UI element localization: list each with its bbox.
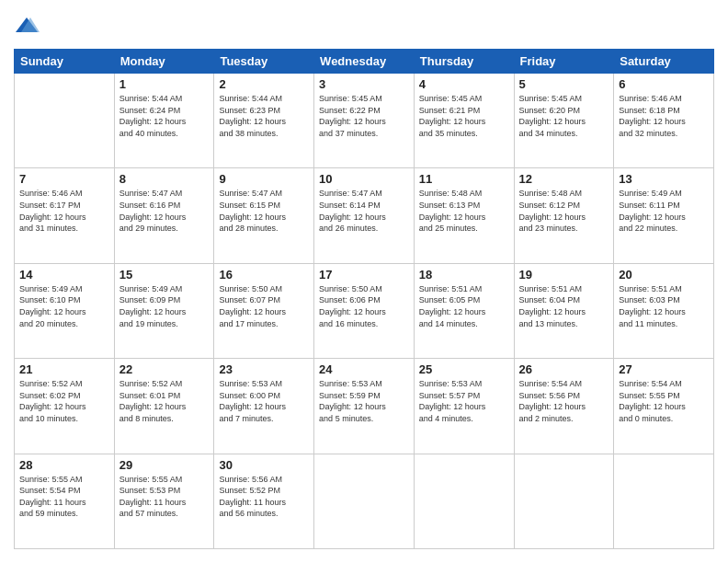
day-number: 13 — [619, 172, 709, 186]
calendar-cell: 22Sunrise: 5:52 AM Sunset: 6:01 PM Dayli… — [114, 359, 214, 454]
calendar-week-4: 28Sunrise: 5:55 AM Sunset: 5:54 PM Dayli… — [15, 454, 714, 548]
page: SundayMondayTuesdayWednesdayThursdayFrid… — [0, 0, 728, 563]
day-detail: Sunrise: 5:48 AM Sunset: 6:13 PM Dayligh… — [419, 188, 509, 234]
calendar-cell: 7Sunrise: 5:46 AM Sunset: 6:17 PM Daylig… — [15, 168, 115, 263]
day-detail: Sunrise: 5:56 AM Sunset: 5:52 PM Dayligh… — [219, 474, 309, 520]
day-detail: Sunrise: 5:47 AM Sunset: 6:16 PM Dayligh… — [119, 188, 210, 234]
calendar-cell: 2Sunrise: 5:44 AM Sunset: 6:23 PM Daylig… — [214, 74, 314, 168]
day-detail: Sunrise: 5:51 AM Sunset: 6:03 PM Dayligh… — [619, 283, 709, 329]
calendar-cell — [614, 454, 714, 548]
calendar-cell: 26Sunrise: 5:54 AM Sunset: 5:56 PM Dayli… — [514, 359, 614, 454]
day-number: 22 — [119, 362, 210, 376]
calendar-cell: 28Sunrise: 5:55 AM Sunset: 5:54 PM Dayli… — [15, 454, 115, 548]
day-number: 24 — [319, 362, 409, 376]
day-number: 1 — [119, 77, 210, 91]
calendar-cell: 18Sunrise: 5:51 AM Sunset: 6:05 PM Dayli… — [414, 263, 514, 358]
day-detail: Sunrise: 5:45 AM Sunset: 6:22 PM Dayligh… — [319, 93, 409, 139]
day-detail: Sunrise: 5:54 AM Sunset: 5:55 PM Dayligh… — [619, 378, 709, 424]
calendar-table: SundayMondayTuesdayWednesdayThursdayFrid… — [14, 49, 714, 549]
weekday-header-friday: Friday — [514, 50, 614, 74]
weekday-header-monday: Monday — [114, 50, 214, 74]
day-detail: Sunrise: 5:45 AM Sunset: 6:21 PM Dayligh… — [419, 93, 509, 139]
day-detail: Sunrise: 5:53 AM Sunset: 5:57 PM Dayligh… — [419, 378, 509, 424]
logo-line1 — [14, 14, 41, 40]
header — [14, 14, 714, 40]
day-detail: Sunrise: 5:44 AM Sunset: 6:24 PM Dayligh… — [119, 93, 210, 139]
weekday-header-wednesday: Wednesday — [314, 50, 415, 74]
weekday-header-sunday: Sunday — [15, 50, 115, 74]
day-number: 7 — [19, 172, 109, 186]
day-detail: Sunrise: 5:47 AM Sunset: 6:14 PM Dayligh… — [319, 188, 409, 234]
calendar-cell: 19Sunrise: 5:51 AM Sunset: 6:04 PM Dayli… — [514, 263, 614, 358]
calendar-cell — [314, 454, 415, 548]
calendar-week-1: 7Sunrise: 5:46 AM Sunset: 6:17 PM Daylig… — [15, 168, 714, 263]
calendar-cell: 20Sunrise: 5:51 AM Sunset: 6:03 PM Dayli… — [614, 263, 714, 358]
calendar-week-2: 14Sunrise: 5:49 AM Sunset: 6:10 PM Dayli… — [15, 263, 714, 358]
calendar-cell: 17Sunrise: 5:50 AM Sunset: 6:06 PM Dayli… — [314, 263, 415, 358]
calendar-cell — [414, 454, 514, 548]
day-number: 3 — [319, 77, 409, 91]
day-number: 23 — [219, 362, 309, 376]
day-number: 4 — [419, 77, 509, 91]
calendar-cell: 1Sunrise: 5:44 AM Sunset: 6:24 PM Daylig… — [114, 74, 214, 168]
day-detail: Sunrise: 5:55 AM Sunset: 5:53 PM Dayligh… — [119, 474, 210, 520]
calendar-cell: 21Sunrise: 5:52 AM Sunset: 6:02 PM Dayli… — [15, 359, 115, 454]
day-number: 30 — [219, 458, 309, 472]
calendar-cell: 30Sunrise: 5:56 AM Sunset: 5:52 PM Dayli… — [214, 454, 314, 548]
calendar-cell — [15, 74, 115, 168]
calendar-header-row: SundayMondayTuesdayWednesdayThursdayFrid… — [15, 50, 714, 74]
day-number: 9 — [219, 172, 309, 186]
day-number: 5 — [519, 77, 609, 91]
day-detail: Sunrise: 5:49 AM Sunset: 6:10 PM Dayligh… — [19, 283, 109, 329]
calendar-cell: 13Sunrise: 5:49 AM Sunset: 6:11 PM Dayli… — [614, 168, 714, 263]
logo-icon — [14, 14, 40, 40]
calendar-cell — [514, 454, 614, 548]
day-number: 19 — [519, 268, 609, 282]
calendar-cell: 29Sunrise: 5:55 AM Sunset: 5:53 PM Dayli… — [114, 454, 214, 548]
day-number: 28 — [19, 458, 109, 472]
day-number: 14 — [19, 268, 109, 282]
day-detail: Sunrise: 5:52 AM Sunset: 6:01 PM Dayligh… — [119, 378, 210, 424]
day-number: 29 — [119, 458, 210, 472]
day-detail: Sunrise: 5:53 AM Sunset: 5:59 PM Dayligh… — [319, 378, 409, 424]
calendar-cell: 16Sunrise: 5:50 AM Sunset: 6:07 PM Dayli… — [214, 263, 314, 358]
day-number: 25 — [419, 362, 509, 376]
day-number: 8 — [119, 172, 210, 186]
day-number: 11 — [419, 172, 509, 186]
day-number: 6 — [619, 77, 709, 91]
day-detail: Sunrise: 5:47 AM Sunset: 6:15 PM Dayligh… — [219, 188, 309, 234]
logo — [14, 14, 41, 40]
calendar-week-3: 21Sunrise: 5:52 AM Sunset: 6:02 PM Dayli… — [15, 359, 714, 454]
weekday-header-saturday: Saturday — [614, 50, 714, 74]
day-detail: Sunrise: 5:55 AM Sunset: 5:54 PM Dayligh… — [19, 474, 109, 520]
calendar-week-0: 1Sunrise: 5:44 AM Sunset: 6:24 PM Daylig… — [15, 74, 714, 168]
day-detail: Sunrise: 5:46 AM Sunset: 6:17 PM Dayligh… — [19, 188, 109, 234]
day-number: 27 — [619, 362, 709, 376]
day-detail: Sunrise: 5:45 AM Sunset: 6:20 PM Dayligh… — [519, 93, 609, 139]
day-number: 17 — [319, 268, 409, 282]
calendar-cell: 6Sunrise: 5:46 AM Sunset: 6:18 PM Daylig… — [614, 74, 714, 168]
day-detail: Sunrise: 5:46 AM Sunset: 6:18 PM Dayligh… — [619, 93, 709, 139]
calendar-cell: 11Sunrise: 5:48 AM Sunset: 6:13 PM Dayli… — [414, 168, 514, 263]
calendar-cell: 15Sunrise: 5:49 AM Sunset: 6:09 PM Dayli… — [114, 263, 214, 358]
day-detail: Sunrise: 5:49 AM Sunset: 6:09 PM Dayligh… — [119, 283, 210, 329]
calendar-cell: 3Sunrise: 5:45 AM Sunset: 6:22 PM Daylig… — [314, 74, 415, 168]
day-detail: Sunrise: 5:49 AM Sunset: 6:11 PM Dayligh… — [619, 188, 709, 234]
day-detail: Sunrise: 5:50 AM Sunset: 6:07 PM Dayligh… — [219, 283, 309, 329]
calendar-cell: 23Sunrise: 5:53 AM Sunset: 6:00 PM Dayli… — [214, 359, 314, 454]
day-number: 15 — [119, 268, 210, 282]
calendar-cell: 27Sunrise: 5:54 AM Sunset: 5:55 PM Dayli… — [614, 359, 714, 454]
day-detail: Sunrise: 5:51 AM Sunset: 6:04 PM Dayligh… — [519, 283, 609, 329]
day-number: 21 — [19, 362, 109, 376]
calendar-cell: 12Sunrise: 5:48 AM Sunset: 6:12 PM Dayli… — [514, 168, 614, 263]
day-detail: Sunrise: 5:53 AM Sunset: 6:00 PM Dayligh… — [219, 378, 309, 424]
day-number: 16 — [219, 268, 309, 282]
calendar-cell: 25Sunrise: 5:53 AM Sunset: 5:57 PM Dayli… — [414, 359, 514, 454]
day-detail: Sunrise: 5:48 AM Sunset: 6:12 PM Dayligh… — [519, 188, 609, 234]
day-number: 26 — [519, 362, 609, 376]
calendar-cell: 8Sunrise: 5:47 AM Sunset: 6:16 PM Daylig… — [114, 168, 214, 263]
calendar-cell: 24Sunrise: 5:53 AM Sunset: 5:59 PM Dayli… — [314, 359, 415, 454]
calendar-cell: 9Sunrise: 5:47 AM Sunset: 6:15 PM Daylig… — [214, 168, 314, 263]
weekday-header-tuesday: Tuesday — [214, 50, 314, 74]
calendar-cell: 14Sunrise: 5:49 AM Sunset: 6:10 PM Dayli… — [15, 263, 115, 358]
